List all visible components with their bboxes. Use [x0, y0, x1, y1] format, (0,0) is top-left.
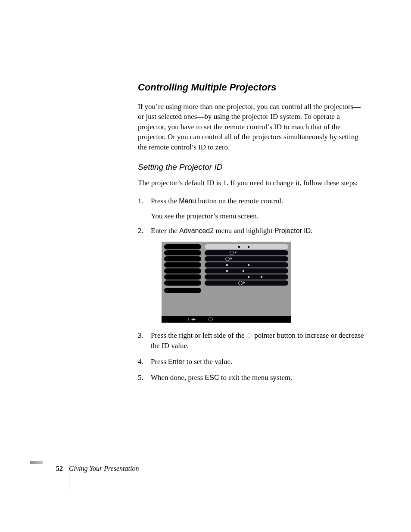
- menu-left-item: [164, 244, 201, 249]
- slider-dot-icon: [226, 270, 228, 272]
- step-1-subtext: You see the projector’s menu screen.: [151, 211, 366, 221]
- step-text: to exit the menu system.: [219, 373, 292, 382]
- menu-row: [205, 256, 288, 261]
- step-body: Press Enter to set the value.: [151, 357, 366, 367]
- step-text: button on the remote control.: [196, 197, 283, 205]
- esc-button-label: ESC: [205, 374, 219, 381]
- projector-id-label: Projector ID: [274, 227, 311, 234]
- step-body: Enter the Advanced2 menu and highlight P…: [151, 226, 366, 236]
- enter-icon: [209, 317, 213, 321]
- section-heading: Controlling Multiple Projectors: [138, 82, 366, 93]
- projector-menu-screenshot: ↕ ◂▸: [162, 242, 291, 323]
- footer-rule: [69, 464, 69, 490]
- menu-left-item: [164, 250, 201, 255]
- enter-icon: [225, 257, 230, 261]
- menu-left-item: [164, 268, 201, 274]
- slider-dot-icon: [243, 270, 244, 272]
- menu-left-item: [164, 274, 201, 280]
- slider-dot-icon: [238, 246, 240, 248]
- menu-row: [205, 274, 288, 280]
- arrow-right-icon: [235, 251, 237, 254]
- menu-left-column: [164, 244, 201, 316]
- menu-row-selected: [205, 244, 288, 249]
- advanced2-label: Advanced2: [179, 227, 214, 234]
- step-text: menu and highlight: [214, 227, 274, 235]
- up-down-arrow-icon: ↕: [187, 317, 190, 321]
- slider-dot-icon: [261, 276, 262, 278]
- enter-icon: [230, 251, 234, 255]
- step-text: Enter the: [151, 227, 179, 235]
- menu-row: [205, 268, 288, 274]
- subintro-paragraph: The projector’s default ID is 1. If you …: [138, 178, 366, 188]
- step-text: When done, press: [151, 373, 205, 382]
- step-5: 5. When done, press ESC to exit the menu…: [138, 373, 366, 383]
- arrow-right-icon: [243, 281, 245, 284]
- nav-arrows-icon: ↕ ◂▸: [187, 317, 196, 321]
- step-4: 4. Press Enter to set the value.: [138, 357, 366, 367]
- step-number: 4.: [138, 357, 151, 367]
- step-number: 1.: [138, 196, 151, 206]
- menu-left-item: [164, 256, 201, 261]
- left-right-arrow-icon: ◂▸: [191, 317, 196, 321]
- menu-left-item: [164, 280, 201, 286]
- page-number: 52: [30, 465, 63, 473]
- step-text: .: [311, 227, 312, 235]
- slider-dot-icon: [248, 264, 249, 266]
- subsection-heading: Setting the Projector ID: [138, 162, 366, 172]
- footer-accent-bar: [30, 461, 43, 464]
- step-3: 3. Press the right or left side of the p…: [138, 330, 366, 351]
- step-body: When done, press ESC to exit the menu sy…: [151, 373, 366, 383]
- chapter-title: Giving Your Presentation: [69, 465, 139, 473]
- menu-left-item: [164, 262, 201, 268]
- slider-dot-icon: [248, 276, 249, 278]
- step-number: 5.: [138, 373, 151, 383]
- menu-row: [205, 250, 288, 255]
- arrow-right-icon: [230, 257, 232, 260]
- step-number: 2.: [138, 226, 151, 236]
- step-1: 1. Press the Menu button on the remote c…: [138, 196, 366, 206]
- step-body: Press the right or left side of the poin…: [151, 330, 366, 351]
- page-footer: 52 Giving Your Presentation: [30, 461, 375, 473]
- slider-dot-icon: [226, 264, 228, 266]
- menu-body: [162, 242, 291, 316]
- step-text: Press the: [151, 197, 179, 205]
- menu-right-column: [205, 244, 288, 316]
- enter-icon: [238, 281, 243, 285]
- menu-row: [205, 262, 288, 268]
- menu-row: [205, 280, 288, 286]
- step-text: Press the right or left side of the: [151, 331, 246, 339]
- menu-button-label: Menu: [179, 197, 196, 205]
- step-2: 2. Enter the Advanced2 menu and highligh…: [138, 226, 366, 236]
- step-text: Press: [151, 358, 168, 366]
- enter-button-label: Enter: [168, 358, 184, 365]
- page-content: Controlling Multiple Projectors If you’r…: [138, 82, 366, 385]
- pointer-button-icon: [246, 333, 252, 339]
- slider-dot-icon: [248, 246, 249, 248]
- intro-paragraph: If you’re using more than one projector,…: [138, 102, 366, 152]
- menu-bottom-bar: ↕ ◂▸: [162, 316, 291, 323]
- menu-left-item: [164, 288, 201, 293]
- step-number: 3.: [138, 330, 151, 351]
- step-text: to set the value.: [184, 358, 232, 366]
- step-body: Press the Menu button on the remote cont…: [151, 196, 366, 206]
